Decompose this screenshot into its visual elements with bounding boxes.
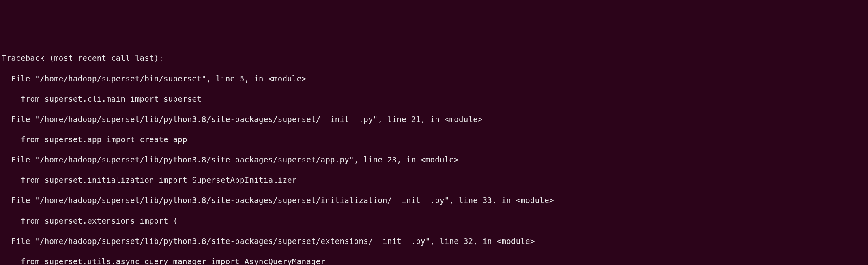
traceback-frame-code: from superset.initialization import Supe… <box>2 175 866 185</box>
terminal-output: Traceback (most recent call last): File … <box>2 43 866 265</box>
traceback-frame-file: File "/home/hadoop/superset/lib/python3.… <box>2 236 866 246</box>
traceback-header: Traceback (most recent call last): <box>2 53 866 63</box>
traceback-frame-file: File "/home/hadoop/superset/lib/python3.… <box>2 155 866 165</box>
traceback-frame-file: File "/home/hadoop/superset/lib/python3.… <box>2 114 866 124</box>
traceback-frame-code: from superset.app import create_app <box>2 135 866 145</box>
traceback-frame-code: from superset.extensions import ( <box>2 216 866 226</box>
traceback-frame-code: from superset.cli.main import superset <box>2 94 866 104</box>
traceback-frame-code: from superset.utils.async_query_manager … <box>2 256 866 265</box>
traceback-frame-file: File "/home/hadoop/superset/bin/superset… <box>2 74 866 84</box>
traceback-frame-file: File "/home/hadoop/superset/lib/python3.… <box>2 195 866 205</box>
